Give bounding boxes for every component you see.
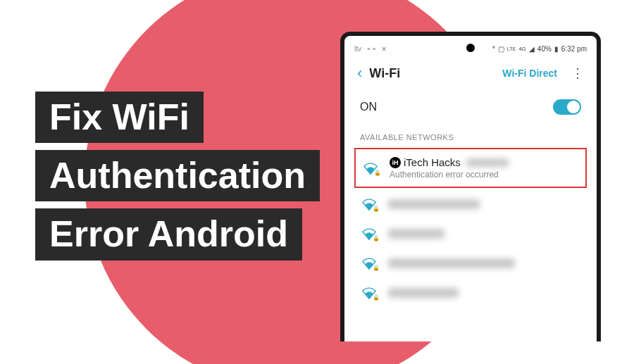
network-row-highlighted[interactable]: 🔒 iH iTech Hacks Authentication error oc… [354,148,587,188]
wifi-toggle-row: ON [349,89,592,125]
camera-hole [466,44,475,52]
lock-icon: 🔒 [373,235,380,241]
signal-4g: 4G [518,46,526,52]
wifi-direct-link[interactable]: Wi-Fi Direct [502,68,557,79]
bluetooth-icon: * [492,45,495,53]
title-line-2: Authentication [35,150,320,201]
title-block: Fix WiFi Authentication Error Android [35,92,320,268]
network-name: iTech Hacks [404,156,461,168]
lte-label: LTE [507,46,516,51]
more-menu-icon[interactable]: ⋮ [571,67,584,80]
battery-icon: ▮ [554,45,559,53]
wifi-signal-icon: 🔒 [360,227,378,240]
toggle-knob [567,101,580,113]
wifi-signal-icon: 🔒 [360,198,378,211]
network-error-text: Authentication error occurred [390,170,580,180]
blurred-network-name [388,258,515,268]
wifi-header: ‹ Wi-Fi Wi-Fi Direct ⋮ [349,57,592,89]
status-left: ltv ⚬⚬ ✕ [354,45,387,53]
lock-icon: 🔒 [373,265,380,271]
lock-icon: 🔒 [373,206,380,212]
divider [360,146,581,146]
network-row[interactable]: 🔒 [349,278,592,308]
clock-time: 6:32 pm [561,45,587,53]
network-row[interactable]: 🔒 [349,219,592,249]
blurred-network-name [388,288,459,298]
status-mini-icon: ✕ [381,45,387,53]
wifi-title: Wi-Fi [369,66,495,81]
blurred-text [466,158,509,167]
status-right: * ▢ LTE 4G ◢ 40% ▮ 6:32 pm [492,45,587,53]
itech-logo-icon: iH [390,157,401,168]
lock-icon: 🔒 [374,170,381,176]
vibrate-icon: ▢ [498,45,504,53]
title-line-3: Error Android [35,208,302,260]
wifi-signal-icon: 🔒 [360,287,378,299]
wifi-signal-icon: 🔒 [360,257,378,270]
wifi-toggle[interactable] [553,99,581,115]
wifi-signal-icon: 🔒 [361,162,380,175]
battery-percent: 40% [537,45,552,53]
status-bar: ltv ⚬⚬ ✕ * ▢ LTE 4G ◢ 40% ▮ 6:32 pm [349,40,592,57]
network-row[interactable]: 🔒 [349,189,592,219]
title-line-1: Fix WiFi [35,92,204,143]
blurred-network-name [388,229,444,239]
carrier-text: ltv [354,45,361,53]
blurred-network-name [388,199,480,209]
available-networks-label: AVAILABLE NETWORKS [349,125,592,146]
signal-bars-icon: ◢ [529,45,535,53]
lock-icon: 🔒 [373,294,380,301]
phone-frame: ltv ⚬⚬ ✕ * ▢ LTE 4G ◢ 40% ▮ 6:32 pm ‹ Wi… [340,32,601,341]
status-mini-icon: ⚬⚬ [366,45,377,53]
wifi-on-label: ON [360,101,377,113]
back-arrow-icon[interactable]: ‹ [357,64,362,82]
network-row[interactable]: 🔒 [349,249,592,278]
